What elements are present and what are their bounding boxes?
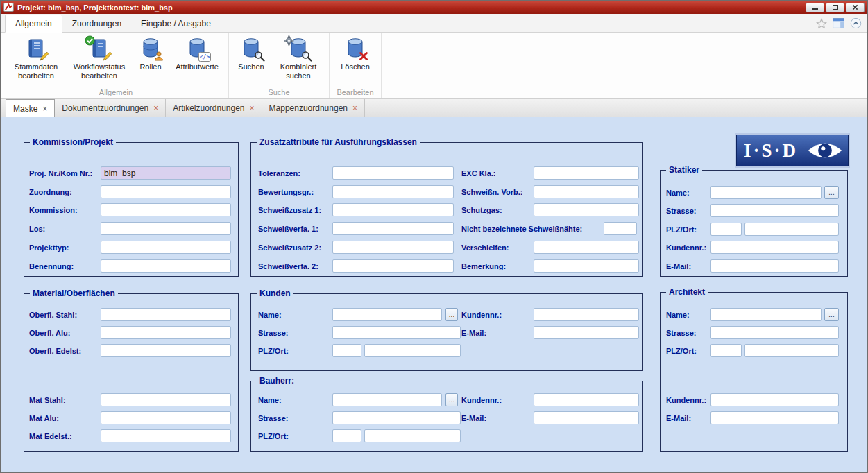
groupbox-kunden: Kunden Name:... Kundennr.: Strasse: E-Ma… (250, 293, 643, 371)
tab-mappenzuordnungen[interactable]: Mappenzuordnungen × (262, 99, 365, 117)
architekt-kundennr-label: Kundennr.: (666, 396, 708, 404)
attributwerte-button[interactable]: </> Attributwerte (169, 34, 225, 71)
kombiniert-suchen-button[interactable]: Kombiniert suchen (271, 34, 326, 80)
bauherr-kundennr-input[interactable] (534, 393, 639, 406)
statiker-browse-button[interactable]: ... (824, 186, 839, 199)
mat-alu-input[interactable] (101, 411, 231, 424)
statiker-kundennr-input[interactable] (710, 241, 839, 254)
los-label: Los: (29, 225, 101, 233)
kunden-plz-input[interactable] (332, 344, 361, 357)
benennung-input[interactable] (101, 259, 231, 273)
kunden-name-input[interactable] (332, 308, 442, 321)
statiker-ort-input[interactable] (744, 223, 839, 236)
kunden-kundennr-label: Kundennr.: (461, 311, 531, 319)
bauherr-strasse-input[interactable] (332, 411, 461, 424)
kunden-kundennr-input[interactable] (534, 308, 639, 321)
architekt-ort-input[interactable] (744, 344, 839, 357)
architekt-strasse-input[interactable] (710, 326, 839, 339)
bauherr-name-input[interactable] (332, 393, 442, 406)
kunden-strasse-input[interactable] (332, 326, 461, 339)
kunden-email-input[interactable] (534, 326, 639, 339)
tab-artikelzuordnungen[interactable]: Artikelzuordnungen × (166, 99, 262, 117)
isd-logo: I·S·D (736, 135, 849, 166)
tab-zuordnungen[interactable]: Zuordnungen (62, 15, 131, 32)
tab-maske[interactable]: Maske × (6, 99, 55, 117)
statiker-name-label: Name: (666, 189, 708, 197)
oberfl-edelst-input[interactable] (101, 344, 231, 357)
maximize-button[interactable] (826, 3, 844, 12)
rollen-button[interactable]: Rollen (133, 34, 169, 71)
groupbox-title: Statiker (666, 165, 702, 175)
kunden-ort-input[interactable] (364, 344, 461, 357)
schweisszusatz1-input[interactable] (332, 203, 454, 216)
bemerkung-label: Bemerkung: (461, 262, 531, 270)
ribbon-group-label: Suche (232, 87, 326, 98)
toleranzen-input[interactable] (332, 166, 454, 180)
schweissverfa2-label: Schweißverfa. 2: (258, 262, 330, 270)
collapse-ribbon-button[interactable] (850, 17, 862, 29)
kunden-email-label: E-Mail: (461, 329, 531, 337)
groupbox-title: Material/Oberflächen (30, 289, 118, 298)
close-button[interactable] (846, 3, 865, 12)
bauherr-browse-button[interactable]: ... (445, 393, 458, 406)
statiker-email-input[interactable] (710, 259, 839, 273)
panel-icon[interactable] (833, 18, 844, 28)
statiker-strasse-input[interactable] (710, 204, 839, 217)
kunden-browse-button[interactable]: ... (445, 308, 458, 321)
minimize-button[interactable] (806, 3, 824, 12)
bauherr-email-input[interactable] (534, 411, 639, 424)
schutzgas-input[interactable] (534, 203, 639, 216)
favorite-star-icon[interactable] (816, 18, 827, 29)
bauherr-plz-input[interactable] (332, 429, 361, 442)
red-x-icon (358, 51, 369, 62)
workflow-status-icon (87, 37, 111, 60)
bemerkung-input[interactable] (534, 259, 639, 273)
ribbon: Stammdaten bearbeiten Workflowstatus bea… (1, 33, 867, 99)
workflowstatus-bearbeiten-button[interactable]: Workflowstatus bearbeiten (66, 34, 133, 80)
mat-edelst-input[interactable] (101, 429, 231, 442)
statiker-plz-input[interactable] (710, 223, 742, 236)
schweisszusatz2-input[interactable] (332, 241, 454, 254)
architekt-kundennr-input[interactable] (710, 393, 839, 406)
nicht-bez-schweissnaehte-input[interactable] (604, 222, 637, 235)
groupbox-bauherr: Bauherr: Name:... Kundennr.: Strasse: E-… (250, 381, 643, 452)
schweisszusatz1-label: Schweißzusatz 1: (258, 206, 330, 214)
los-input[interactable] (101, 222, 231, 235)
oberfl-stahl-input[interactable] (101, 308, 231, 321)
proj-nr-input[interactable] (101, 166, 231, 180)
svg-text:</>: </> (200, 54, 210, 60)
schweissn-vorb-input[interactable] (534, 185, 639, 198)
close-icon[interactable]: × (42, 105, 47, 113)
zuordnung-input[interactable] (101, 185, 231, 198)
loeschen-button[interactable]: Löschen (332, 34, 378, 71)
bauherr-ort-input[interactable] (364, 429, 461, 442)
statiker-name-input[interactable] (710, 186, 822, 199)
architekt-plz-input[interactable] (710, 344, 742, 357)
close-icon[interactable]: × (250, 104, 255, 112)
kommission-label: Kommission: (29, 206, 101, 214)
architekt-name-input[interactable] (710, 308, 822, 321)
verschleifen-input[interactable] (534, 241, 639, 254)
tab-eingabe-ausgabe[interactable]: Eingabe / Ausgabe (131, 15, 221, 32)
close-icon[interactable]: × (153, 104, 158, 112)
projekttyp-input[interactable] (101, 241, 231, 254)
zuordnung-label: Zuordnung: (29, 188, 101, 196)
oberfl-alu-input[interactable] (101, 326, 231, 339)
schweissn-vorb-label: Schweißn. Vorb.: (461, 188, 531, 196)
stammdaten-bearbeiten-button[interactable]: Stammdaten bearbeiten (6, 34, 66, 80)
kommission-input[interactable] (101, 203, 231, 216)
close-icon[interactable]: × (352, 104, 357, 112)
tab-dokumentzuordnungen[interactable]: Dokumentzuordnungen × (55, 99, 166, 117)
schweissverfa2-input[interactable] (332, 259, 454, 273)
exc-kla-input[interactable] (534, 166, 639, 180)
architekt-email-input[interactable] (710, 411, 839, 424)
schweissverfa1-input[interactable] (332, 222, 454, 235)
mat-stahl-input[interactable] (101, 393, 231, 406)
architekt-browse-button[interactable]: ... (824, 308, 839, 321)
oberfl-edelst-label: Oberfl. Edelst: (29, 347, 101, 355)
suchen-button[interactable]: Suchen (232, 34, 271, 71)
button-label: Workflowstatus bearbeiten (66, 62, 133, 80)
tab-allgemein[interactable]: Allgemein (5, 15, 62, 33)
bewertungsgr-input[interactable] (332, 185, 454, 198)
architekt-email-label: E-Mail: (666, 414, 708, 422)
